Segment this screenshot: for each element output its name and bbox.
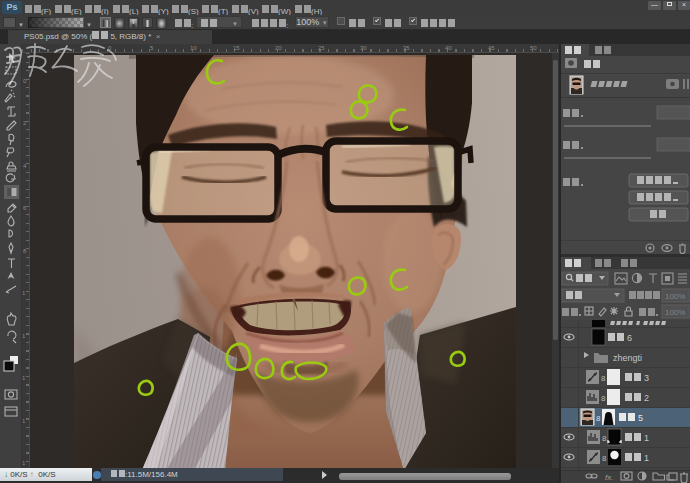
- svg-text:1: 1: [644, 453, 649, 463]
- svg-text:2: 2: [644, 393, 649, 403]
- svg-text:zhengti: zhengti: [613, 353, 642, 363]
- svg-text:8: 8: [601, 394, 606, 403]
- svg-text:100%: 100%: [665, 292, 685, 301]
- svg-text:8: 8: [596, 414, 601, 423]
- svg-text:5: 5: [638, 413, 643, 423]
- svg-text:8: 8: [602, 454, 607, 463]
- svg-text:3: 3: [644, 373, 649, 383]
- svg-text:6: 6: [627, 333, 632, 343]
- svg-text:fx.: fx.: [605, 473, 613, 482]
- svg-text:100%: 100%: [665, 308, 685, 317]
- svg-text:8: 8: [602, 434, 607, 443]
- svg-text:1: 1: [644, 433, 649, 443]
- svg-text:8: 8: [601, 374, 606, 383]
